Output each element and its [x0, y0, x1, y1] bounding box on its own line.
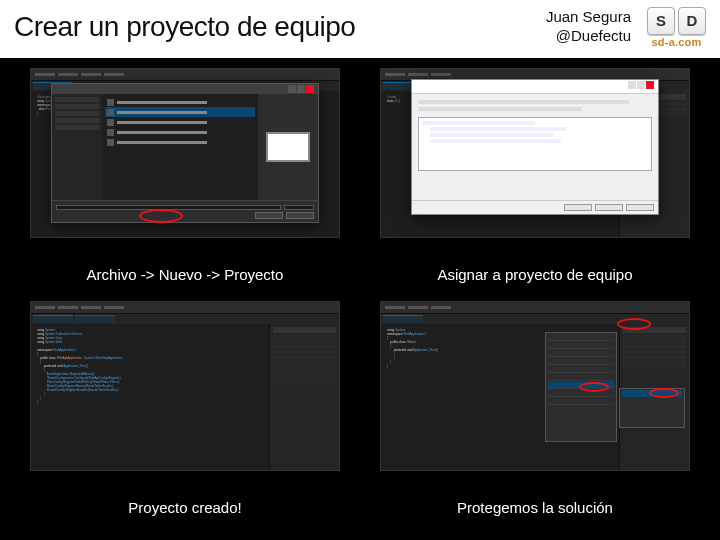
screenshot-project-created: using System; using System.Collections.G…: [30, 301, 340, 471]
logo-key-s: S: [647, 7, 675, 35]
caption-1: Archivo -> Nuevo -> Proyecto: [30, 262, 340, 293]
caption-2: Asignar a proyecto de equipo: [380, 262, 690, 293]
slide-title: Crear un proyecto de equipo: [14, 11, 355, 43]
author-block: Juan Segura @Duefectu: [546, 8, 631, 46]
highlight-ellipse: [649, 388, 679, 398]
author-handle: @Duefectu: [546, 27, 631, 46]
slide-grid: // background code using System; namespa…: [0, 58, 720, 540]
new-project-dialog: [51, 83, 319, 223]
screenshot-new-project: // background code using System; namespa…: [30, 68, 340, 238]
author-name: Juan Segura: [546, 8, 631, 27]
team-project-wizard: [411, 79, 659, 215]
caption-3: Proyecto creado!: [30, 495, 340, 526]
screenshot-protect-solution: using System; namespace WebApplication1 …: [380, 301, 690, 471]
screenshot-assign-team: // code class X { }: [380, 68, 690, 238]
caption-4: Protegemos la solución: [380, 495, 690, 526]
highlight-ellipse: [617, 318, 651, 330]
highlight-ellipse: [579, 382, 609, 392]
logo: S D sd-a.com: [647, 7, 706, 48]
logo-key-d: D: [678, 7, 706, 35]
logo-text: sd-a.com: [652, 36, 702, 48]
slide-header: Crear un proyecto de equipo Juan Segura …: [0, 0, 720, 58]
